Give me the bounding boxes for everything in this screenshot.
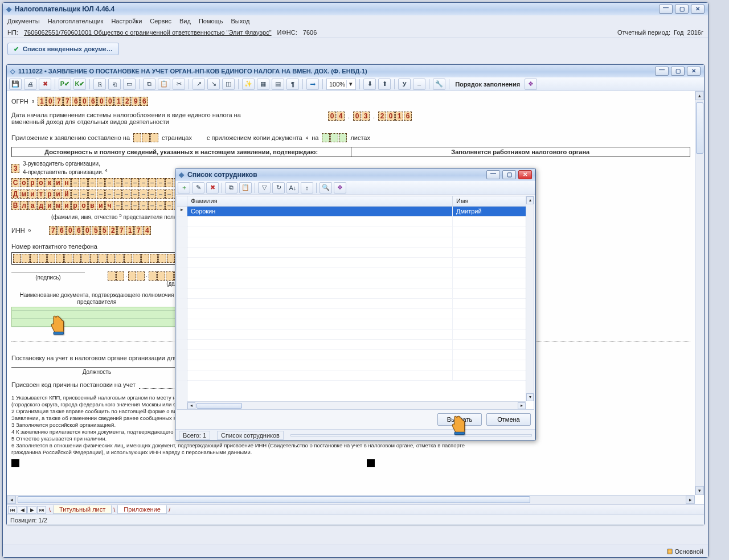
date-month-cells[interactable]: 03: [353, 112, 370, 121]
table-row[interactable]: [187, 258, 534, 268]
modal-minimize-button[interactable]: [486, 170, 500, 179]
report-period-year[interactable]: 2016г: [687, 29, 703, 36]
menu-exit[interactable]: Выход: [231, 18, 249, 24]
date-year-cells[interactable]: 2016: [378, 112, 412, 121]
grid-icon[interactable]: ▦: [257, 79, 269, 90]
doc-minimize-button[interactable]: [655, 67, 669, 76]
close-button[interactable]: [691, 5, 705, 14]
paste-icon[interactable]: 📋: [158, 79, 170, 90]
menu-taxpayer[interactable]: Налогоплательщик: [48, 18, 104, 24]
page-icon[interactable]: ▭: [123, 79, 136, 90]
next-tab-button[interactable]: ▶: [27, 506, 36, 514]
grid-scroll-left-button[interactable]: ◂: [187, 402, 195, 409]
lastname-cells[interactable]: Сорокин–––––––––––––: [11, 178, 182, 187]
scroll-down-button[interactable]: ▾: [695, 486, 704, 495]
first-tab-button[interactable]: ⏮: [8, 506, 17, 514]
table-row[interactable]: [187, 330, 534, 340]
page-del-icon[interactable]: ⎗: [108, 79, 121, 90]
sort-asc-icon[interactable]: A↓: [286, 182, 299, 193]
dash-icon[interactable]: –: [413, 79, 425, 90]
table-row[interactable]: [187, 248, 534, 258]
scroll-right-button[interactable]: ▸: [686, 496, 695, 504]
table-row[interactable]: [187, 227, 534, 237]
chevron-down-icon[interactable]: ▾: [346, 80, 354, 88]
select-button[interactable]: Выбрать: [437, 413, 482, 426]
active-doclist-tab[interactable]: ✔ Список введенных докуме…: [7, 43, 119, 55]
table-row[interactable]: [187, 268, 534, 278]
scroll-up-button[interactable]: ▴: [695, 91, 704, 100]
import-icon[interactable]: ↘: [207, 79, 220, 90]
arrow-right-icon[interactable]: ⮕: [306, 79, 319, 90]
grid-hscroll-thumb[interactable]: [196, 403, 242, 409]
table-row[interactable]: [187, 360, 534, 370]
db-icon[interactable]: ◫: [222, 79, 235, 90]
delete-icon[interactable]: ✖: [39, 79, 51, 90]
vscroll-thumb[interactable]: [696, 102, 703, 154]
underline-icon[interactable]: У: [398, 79, 411, 90]
sig-date-month[interactable]: [128, 271, 145, 281]
help-icon[interactable]: ❖: [334, 182, 346, 193]
appendix-pages[interactable]: [133, 133, 158, 142]
grid-scroll-right-button[interactable]: ▸: [518, 402, 526, 409]
tab-appendix[interactable]: Приложение: [117, 505, 167, 514]
docname-box[interactable]: [11, 307, 182, 327]
filter-icon[interactable]: ▽: [258, 182, 271, 193]
last-tab-button[interactable]: ⏭: [37, 506, 46, 514]
book-icon[interactable]: ❖: [525, 79, 537, 90]
firstname-cells[interactable]: Дмитрий–––––––––––––: [11, 190, 182, 199]
col-firstname[interactable]: Имя: [453, 196, 534, 206]
np-link[interactable]: 7606062551/760601001 Общество с ограниче…: [24, 29, 272, 36]
grid-scroll-up-button[interactable]: ▴: [526, 196, 534, 204]
menu-service[interactable]: Сервис: [150, 18, 171, 24]
appendix-sheets[interactable]: [322, 133, 347, 142]
table-row[interactable]: [187, 278, 534, 289]
remove-icon[interactable]: ✖: [206, 182, 219, 193]
table-row[interactable]: [187, 350, 534, 360]
grid-hscroll[interactable]: ◂ ▸: [187, 401, 526, 409]
scroll-left-button[interactable]: ◂: [7, 496, 16, 504]
zoom-field[interactable]: 100% ▾: [326, 79, 356, 90]
menu-settings[interactable]: Настройки: [111, 18, 142, 24]
floppy-out-icon[interactable]: ⬆: [378, 79, 391, 90]
copy-icon[interactable]: ⧉: [225, 182, 237, 193]
patronymic-cells[interactable]: Владимирович––––––––: [11, 201, 182, 210]
format-icon[interactable]: ¶: [286, 79, 299, 90]
refresh-icon[interactable]: ↻: [272, 182, 285, 193]
p-check-icon[interactable]: P✔: [59, 79, 71, 90]
fill-order-button[interactable]: Порядок заполнения: [453, 81, 522, 88]
doc-hscroll[interactable]: ◂ ▸: [7, 495, 695, 504]
wand-icon[interactable]: ✨: [242, 79, 255, 90]
cancel-button[interactable]: Отмена: [486, 413, 531, 426]
sig-date-day[interactable]: [108, 271, 124, 281]
menu-view[interactable]: Вид: [179, 18, 191, 24]
tab-title-page[interactable]: Титульный лист: [53, 505, 112, 514]
add-icon[interactable]: ＋: [178, 182, 190, 193]
wrench-icon[interactable]: 🔧: [433, 79, 445, 90]
table-row[interactable]: [187, 309, 534, 319]
menu-help[interactable]: Помощь: [199, 18, 223, 24]
floppy-in-icon[interactable]: ⬇: [363, 79, 376, 90]
table-row[interactable]: [187, 299, 534, 309]
date-day-cells[interactable]: 04: [328, 112, 345, 121]
table-row[interactable]: СорокинДмитрий: [187, 207, 534, 217]
table-row[interactable]: [187, 217, 534, 227]
save-icon[interactable]: 💾: [9, 79, 22, 90]
export-icon[interactable]: ↗: [193, 79, 205, 90]
grid-rows[interactable]: СорокинДмитрий: [187, 207, 534, 401]
ogrn-cells[interactable]: 1077606001296: [38, 97, 148, 106]
doc-close-button[interactable]: [687, 67, 701, 76]
table-row[interactable]: [187, 319, 534, 330]
doc-vscroll[interactable]: ▴ ▾: [695, 91, 704, 495]
doc-maximize-button[interactable]: [671, 67, 685, 76]
cut-icon[interactable]: ✂: [173, 79, 185, 90]
modal-maximize-button[interactable]: [502, 170, 516, 179]
copy-icon[interactable]: ⧉: [143, 79, 155, 90]
table-icon[interactable]: ▤: [272, 79, 284, 90]
col-lastname[interactable]: Фамилия: [187, 196, 453, 206]
modal-close-button[interactable]: [518, 170, 532, 179]
table-row[interactable]: [187, 237, 534, 248]
grid-vscroll[interactable]: ▴ ▾: [526, 196, 534, 401]
paste-icon[interactable]: 📋: [239, 182, 252, 193]
print-icon[interactable]: 🖨: [24, 79, 36, 90]
maximize-button[interactable]: [675, 5, 689, 14]
